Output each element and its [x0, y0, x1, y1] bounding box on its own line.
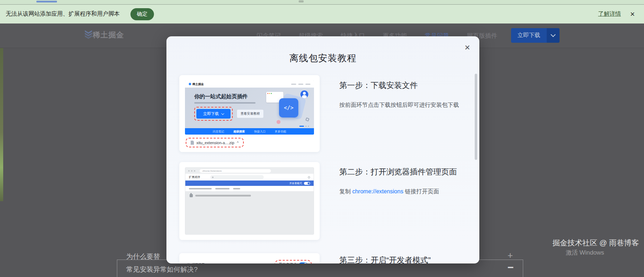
step1-mini-screenshot: 稀土掘金 你的一站式起始页插件 立即下载 查看安装教程	[185, 80, 314, 135]
browser-edge-decoration-2	[299, 0, 304, 2]
screen: 稀土掘金 闪念笔记 超级搜索 快捷入口 更多功能 常见问题 网页版插件 立即下载…	[0, 0, 644, 277]
step2-screenshot-card: chrome://extensions 扩展程序 开发者模式	[179, 162, 320, 240]
learn-more-link[interactable]: 了解详情	[598, 10, 621, 18]
juejin-logo-icon	[80, 30, 89, 40]
mini-search-input	[210, 175, 264, 179]
mini-devmode-label: 开发者模式	[289, 182, 302, 185]
step3-title: 第三步：开启“开发者模式”	[339, 255, 471, 263]
browser-edge-decoration	[36, 1, 57, 2]
mini3-devmode-toggle[interactable]	[299, 262, 308, 263]
step2-desc-suffix: 链接打开页面	[403, 188, 439, 194]
modal-scrollbar[interactable]	[475, 74, 477, 160]
mini-illustration: </>	[256, 90, 310, 126]
step1-screenshot-card: 稀土掘金 你的一站式起始页插件 立即下载 查看安装教程	[179, 75, 320, 152]
mini-carousel-dots	[299, 126, 309, 127]
mini-download-button: 立即下载	[196, 109, 231, 119]
download-dropdown-button[interactable]	[547, 28, 560, 43]
caret-up-icon: ^	[237, 141, 238, 145]
step3-text: 第三步：开启“开发者模式”	[339, 255, 471, 263]
chrome-extensions-link[interactable]: chrome://extensions	[352, 188, 403, 194]
browser-top-edge	[0, 0, 644, 5]
step2-desc-prefix: 复制	[339, 188, 352, 194]
mini-account-icon	[308, 176, 310, 178]
site-logo[interactable]: 稀土掘金	[80, 30, 124, 40]
mini-logo-icon	[189, 83, 191, 85]
browser-notification-bar: 无法从该网站添加应用、扩展程序和用户脚本 确定 了解详情 ×	[0, 0, 644, 23]
faq-question-2[interactable]: 常见安装异常如何解决?	[126, 265, 198, 274]
notification-message: 无法从该网站添加应用、扩展程序和用户脚本	[6, 10, 120, 18]
avatar-icon	[300, 90, 308, 98]
chevron-down-icon	[551, 32, 556, 37]
mini-extensions-body	[185, 191, 314, 235]
puzzle-icon	[190, 194, 193, 197]
step2-description: 复制 chrome://extensions 链接打开页面	[339, 187, 471, 196]
tutorial-modal: × 离线包安装教程 稀土掘金 你的一站式起始页插件	[166, 36, 479, 263]
mini3-devmode-label: 开发者模式	[279, 262, 297, 263]
step1-description: 按前面环节点击下载按钮后即可进行安装包下载	[339, 101, 471, 109]
site-logo-text: 稀土掘金	[93, 30, 124, 40]
download-file-chip: xitu_extension-a....zip ^	[186, 138, 244, 147]
step2-text: 第二步：打开浏览器插件管理页面 复制 chrome://extensions 链…	[339, 167, 471, 196]
mini3-extensions-label: 扩展程序	[192, 262, 205, 264]
mini-devmode-toggle	[304, 182, 310, 185]
confirm-button[interactable]: 确定	[130, 8, 154, 20]
search-icon	[212, 177, 213, 178]
chevron-down-icon	[221, 112, 224, 115]
download-now-button[interactable]: 立即下载	[511, 28, 560, 43]
mini-hero-subtitle-bar	[194, 102, 256, 104]
step1-text: 第一步：下载安装文件 按前面环节点击下载按钮后即可进行安装包下载	[339, 80, 471, 109]
collapse-minus-icon[interactable]: −	[508, 261, 514, 273]
step2-mini-screenshot: chrome://extensions 扩展程序 开发者模式	[185, 167, 314, 235]
modal-title: 离线包安装教程	[166, 52, 479, 64]
notification-close-icon[interactable]: ×	[630, 10, 635, 18]
red-dashed-highlight-devmode: 开发者模式	[274, 260, 312, 263]
step3-mini-screenshot: 扩展程序 开发者模式	[185, 258, 314, 263]
code-icon: </>	[279, 98, 298, 117]
download-file-name: xitu_extension-a....zip	[196, 141, 234, 145]
activate-windows-watermark: 激活 Windows	[566, 249, 604, 257]
mini-extensions-label: 扩展程序	[189, 175, 200, 179]
mini-toolbar-blue: 开发者模式	[185, 181, 314, 186]
modal-close-icon[interactable]: ×	[465, 43, 470, 52]
step3-screenshot-card: 扩展程序 开发者模式	[179, 253, 320, 263]
step1-title: 第一步：下载安装文件	[339, 80, 471, 91]
mini-nav-placeholder	[291, 84, 310, 85]
mini-action-row	[185, 186, 314, 191]
page-edge-decoration	[0, 48, 3, 201]
menu-icon	[187, 263, 190, 263]
red-dashed-highlight: 立即下载	[194, 107, 233, 121]
mini-logo-text: 稀土掘金	[192, 82, 204, 86]
site-watermark: 掘金技术社区 @ 雨巷博客	[552, 238, 639, 248]
mini-url-bar: chrome://extensions	[200, 169, 271, 173]
download-now-label: 立即下载	[511, 28, 547, 43]
mini-empty-state-text-bar	[195, 195, 251, 197]
mini-bottom-nav: 闪念笔记 超级搜索 快捷入口 更多功能	[185, 128, 314, 135]
file-icon	[191, 141, 194, 145]
step2-title: 第二步：打开浏览器插件管理页面	[339, 167, 471, 177]
